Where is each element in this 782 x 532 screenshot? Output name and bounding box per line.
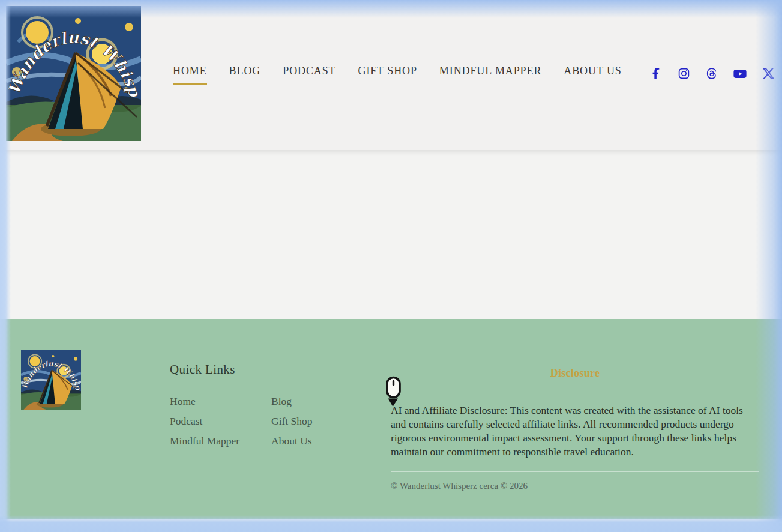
threads-icon[interactable] [705, 67, 718, 80]
footer-link-mindful-mapper[interactable]: Mindful Mapper [170, 435, 239, 447]
nav-gift-shop[interactable]: GIFT SHOP [358, 65, 417, 85]
nav-home[interactable]: HOME [173, 65, 207, 85]
social-links [650, 67, 775, 80]
footer-logo[interactable]: Wanderlust Whisperz [21, 350, 81, 410]
footer-link-blog[interactable]: Blog [271, 395, 292, 407]
site-footer: Wanderlust Whisperz Quick Links Home Pod… [0, 319, 782, 519]
quick-links-column-2: Blog Gift Shop About Us [271, 395, 313, 455]
nav-podcast[interactable]: PODCAST [283, 65, 335, 85]
disclosure-text: AI and Affiliate Disclosure: This conten… [391, 404, 759, 459]
facebook-icon[interactable] [650, 67, 663, 80]
site-logo[interactable]: Wanderlust Whisperz [6, 6, 141, 141]
logo-artwork-tent-starry-night: Wanderlust Whisperz [6, 6, 141, 141]
footer-link-home[interactable]: Home [170, 395, 196, 407]
youtube-icon[interactable] [733, 67, 747, 80]
disclosure-section: Disclosure AI and Affiliate Disclosure: … [391, 367, 759, 491]
disclosure-title: Disclosure [391, 367, 759, 380]
quick-links-column-1: Home Podcast Mindful Mapper [170, 395, 271, 455]
logo-artwork-tent-starry-night-small: Wanderlust Whisperz [21, 350, 81, 410]
main-content [0, 150, 782, 319]
nav-mindful-mapper[interactable]: MINDFUL MAPPER [439, 65, 541, 85]
mouse-scroll-icon [385, 376, 402, 408]
page: Wanderlust Whisperz HOME BLOG PODCAST GI… [0, 0, 782, 532]
footer-link-podcast[interactable]: Podcast [170, 415, 202, 427]
quick-links-title: Quick Links [170, 362, 374, 377]
site-header: Wanderlust Whisperz HOME BLOG PODCAST GI… [0, 0, 782, 150]
quick-links-section: Quick Links Home Podcast Mindful Mapper … [170, 362, 374, 455]
footer-link-gift-shop[interactable]: Gift Shop [271, 415, 313, 427]
x-icon[interactable] [762, 67, 775, 80]
main-nav: HOME BLOG PODCAST GIFT SHOP MINDFUL MAPP… [173, 65, 622, 85]
footer-divider [391, 471, 759, 472]
instagram-icon[interactable] [678, 67, 690, 80]
nav-blog[interactable]: BLOG [229, 65, 261, 85]
footer-link-about-us[interactable]: About Us [271, 435, 312, 447]
copyright-text: © Wanderlust Whisperz cerca © 2026 [391, 481, 759, 491]
nav-about-us[interactable]: ABOUT US [564, 65, 621, 85]
